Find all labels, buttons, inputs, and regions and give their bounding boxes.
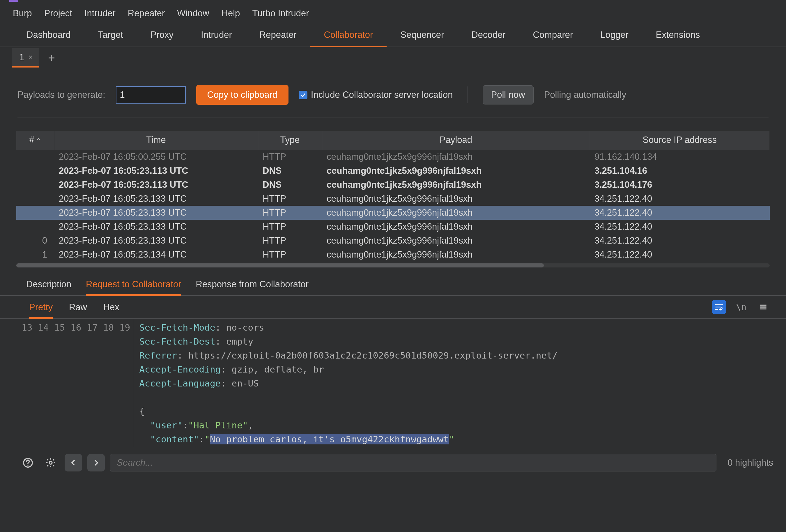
horizontal-scrollbar[interactable] [16, 263, 770, 268]
tab-target[interactable]: Target [85, 24, 137, 47]
cell-type: HTTP [258, 206, 322, 220]
cell-type: HTTP [258, 192, 322, 206]
highlights-count: 0 highlights [722, 458, 773, 468]
column-time[interactable]: Time [54, 131, 258, 150]
search-input[interactable] [110, 454, 716, 471]
table-row[interactable]: 2023-Feb-07 16:05:23.113 UTCDNSceuhamg0n… [16, 178, 770, 192]
table-row[interactable]: 2023-Feb-07 16:05:23.113 UTCDNSceuhamg0n… [16, 164, 770, 178]
tab-comparer[interactable]: Comparer [519, 24, 586, 47]
table-row[interactable]: 2023-Feb-07 16:05:23.133 UTCHTTPceuhamg0… [16, 206, 770, 220]
request-editor[interactable]: 13 14 15 16 17 18 19 Sec-Fetch-Mode: no-… [15, 319, 771, 447]
cell-time: 2023-Feb-07 16:05:23.113 UTC [54, 164, 258, 178]
menu-window[interactable]: Window [177, 8, 209, 19]
table-row[interactable]: 12023-Feb-07 16:05:23.134 UTCHTTPceuhamg… [16, 248, 770, 262]
menu-project[interactable]: Project [44, 8, 72, 19]
cell-type: HTTP [258, 220, 322, 234]
wrap-lines-icon[interactable] [712, 300, 726, 314]
main-tabs: DashboardTargetProxyIntruderRepeaterColl… [0, 24, 786, 47]
line-number-gutter: 13 14 15 16 17 18 19 [15, 319, 133, 447]
editor-bottom-bar: 0 highlights [0, 449, 786, 477]
copy-to-clipboard-button[interactable]: Copy to clipboard [196, 85, 288, 105]
scrollbar-thumb[interactable] [16, 263, 544, 268]
cell-time: 2023-Feb-07 16:05:23.134 UTC [54, 248, 258, 262]
menu-repeater[interactable]: Repeater [128, 8, 165, 19]
cell-type: HTTP [258, 150, 322, 164]
detail-tab-description[interactable]: Description [26, 279, 71, 296]
code-content[interactable]: Sec-Fetch-Mode: no-cors Sec-Fetch-Dest: … [133, 319, 771, 447]
cell-source: 34.251.122.40 [590, 234, 770, 248]
cell-source: 34.251.122.40 [590, 248, 770, 262]
cell-n [16, 220, 54, 234]
svg-point-1 [27, 464, 28, 466]
view-tabs-row: PrettyRawHex \n [0, 296, 786, 319]
tab-extensions[interactable]: Extensions [642, 24, 714, 47]
view-tab-raw[interactable]: Raw [69, 302, 87, 319]
interactions-table-wrap: #⌃ Time Type Payload Source IP address 2… [16, 131, 770, 268]
tab-proxy[interactable]: Proxy [137, 24, 187, 47]
plus-icon [47, 53, 56, 62]
help-button[interactable] [19, 454, 37, 471]
cell-payload: ceuhamg0nte1jkz5x9g996njfal19sxh [322, 220, 590, 234]
collaborator-toolbar: Payloads to generate: Copy to clipboard … [0, 68, 786, 118]
cell-type: HTTP [258, 248, 322, 262]
cell-payload: ceuhamg0nte1jkz5x9g996njfal19sxh [322, 178, 590, 192]
payloads-count-input[interactable] [116, 86, 186, 103]
polling-status: Polling automatically [544, 90, 626, 100]
cell-payload: ceuhamg0nte1jkz5x9g996njfal19sxh [322, 150, 590, 164]
cell-payload: ceuhamg0nte1jkz5x9g996njfal19sxh [322, 248, 590, 262]
tab-intruder[interactable]: Intruder [187, 24, 246, 47]
tab-repeater[interactable]: Repeater [246, 24, 310, 47]
separator [467, 87, 468, 103]
column-type[interactable]: Type [258, 131, 322, 150]
cell-source: 34.251.122.40 [590, 206, 770, 220]
menu-burp[interactable]: Burp [13, 8, 32, 19]
table-row[interactable]: 02023-Feb-07 16:05:23.133 UTCHTTPceuhamg… [16, 234, 770, 248]
cell-payload: ceuhamg0nte1jkz5x9g996njfal19sxh [322, 234, 590, 248]
table-row[interactable]: 2023-Feb-07 16:05:00.255 UTCHTTPceuhamg0… [16, 150, 770, 164]
view-tab-pretty[interactable]: Pretty [29, 302, 53, 319]
tab-dashboard[interactable]: Dashboard [13, 24, 85, 47]
cell-type: HTTP [258, 234, 322, 248]
tab-logger[interactable]: Logger [586, 24, 642, 47]
view-tabs: PrettyRawHex [15, 296, 134, 318]
search-prev-button[interactable] [65, 454, 82, 471]
column-source-ip[interactable]: Source IP address [590, 131, 770, 150]
close-icon[interactable]: × [28, 53, 32, 62]
cell-time: 2023-Feb-07 16:05:00.255 UTC [54, 150, 258, 164]
cell-n [16, 150, 54, 164]
menu-intruder[interactable]: Intruder [85, 8, 116, 19]
search-next-button[interactable] [87, 454, 105, 471]
detail-tabs: DescriptionRequest to CollaboratorRespon… [0, 273, 786, 296]
column-payload[interactable]: Payload [322, 131, 590, 150]
tab-sequencer[interactable]: Sequencer [387, 24, 458, 47]
tab-decoder[interactable]: Decoder [458, 24, 519, 47]
cell-time: 2023-Feb-07 16:05:23.133 UTC [54, 220, 258, 234]
poll-now-button[interactable]: Poll now [483, 85, 534, 105]
cell-payload: ceuhamg0nte1jkz5x9g996njfal19sxh [322, 206, 590, 220]
table-row[interactable]: 2023-Feb-07 16:05:23.133 UTCHTTPceuhamg0… [16, 220, 770, 234]
newline-chars-icon[interactable]: \n [734, 300, 748, 314]
cell-time: 2023-Feb-07 16:05:23.133 UTC [54, 234, 258, 248]
cell-source: 34.251.122.40 [590, 220, 770, 234]
add-tab-button[interactable] [45, 51, 58, 65]
settings-button[interactable] [42, 454, 60, 471]
view-tab-hex[interactable]: Hex [103, 302, 119, 319]
cell-time: 2023-Feb-07 16:05:23.133 UTC [54, 192, 258, 206]
detail-tab-request-to-collaborator[interactable]: Request to Collaborator [86, 279, 181, 296]
include-server-checkbox-row[interactable]: Include Collaborator server location [299, 90, 453, 100]
tab-collaborator[interactable]: Collaborator [310, 24, 387, 47]
checkbox-checked-icon[interactable] [299, 91, 307, 99]
cell-n: 0 [16, 234, 54, 248]
menu-help[interactable]: Help [222, 8, 240, 19]
hamburger-icon[interactable] [756, 300, 770, 314]
session-tab-1[interactable]: 1 × [11, 48, 39, 68]
menu-turbo-intruder[interactable]: Turbo Intruder [252, 8, 309, 19]
include-server-label: Include Collaborator server location [311, 90, 453, 100]
cell-n [16, 178, 54, 192]
session-tab-label: 1 [19, 52, 24, 63]
cell-source: 3.251.104.16 [590, 164, 770, 178]
cell-source: 3.251.104.176 [590, 178, 770, 192]
table-row[interactable]: 2023-Feb-07 16:05:23.133 UTCHTTPceuhamg0… [16, 192, 770, 206]
column-number[interactable]: #⌃ [16, 131, 54, 150]
detail-tab-response-from-collaborator[interactable]: Response from Collaborator [195, 279, 308, 296]
